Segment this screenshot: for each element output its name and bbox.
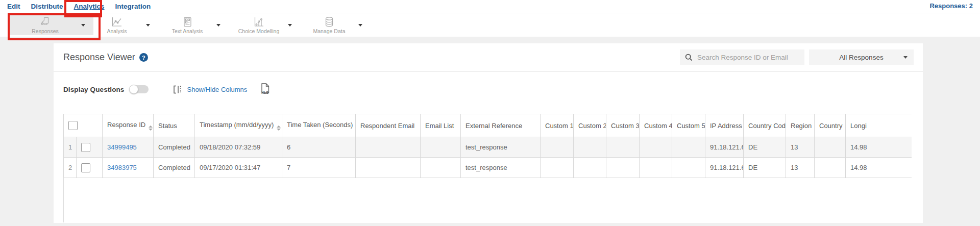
table-cell <box>640 158 672 178</box>
chevron-down-icon[interactable] <box>288 24 292 27</box>
table-cell: Completed <box>154 158 195 178</box>
toolbar-button-label: Responses <box>32 28 59 34</box>
table-cell <box>574 158 606 178</box>
responses-filter-dropdown[interactable]: All Responses <box>809 49 914 65</box>
table-cell <box>541 137 574 158</box>
columns-icon <box>173 85 183 94</box>
table-row: 234983975Completed09/17/2020 01:31:477te… <box>64 158 912 178</box>
table-cell: 6 <box>282 137 356 158</box>
toolbar-button-analysis[interactable]: Analysis <box>88 15 158 35</box>
search-icon <box>685 54 693 61</box>
row-checkbox-cell <box>77 137 103 158</box>
sort-icon <box>149 125 153 131</box>
table-cell: 34999495 <box>103 137 154 158</box>
select-all-checkbox[interactable] <box>68 121 78 130</box>
column-header[interactable]: Response ID <box>103 114 154 137</box>
choice-modelling-icon <box>253 16 265 28</box>
show-hide-columns-label: Show/Hide Columns <box>187 86 247 93</box>
row-number: 1 <box>64 137 77 158</box>
toolbar-button-choice-modelling[interactable]: Choice Modelling <box>230 15 300 35</box>
toggle-knob <box>129 85 138 94</box>
toolbar-button-responses[interactable]: Responses <box>9 15 93 35</box>
table-cell: Completed <box>154 137 195 158</box>
column-header: IP Address <box>705 114 744 137</box>
column-header[interactable]: Time Taken (Seconds) <box>282 114 356 137</box>
table-cell: 34983975 <box>103 158 154 178</box>
display-questions-label: Display Questions <box>63 86 124 93</box>
response-id-link[interactable]: 34983975 <box>107 164 137 171</box>
table-cell: 7 <box>282 158 356 178</box>
manage-data-icon <box>324 16 335 28</box>
column-header: Longi <box>846 114 912 137</box>
table-cell: 13 <box>786 158 815 178</box>
responses-icon <box>39 16 52 28</box>
chevron-down-icon[interactable] <box>81 24 85 27</box>
table-row: 134999495Completed09/18/2020 07:32:596te… <box>64 137 912 158</box>
table-cell <box>606 137 640 158</box>
toolbar-button-manage-data[interactable]: Manage Data <box>300 15 371 35</box>
chevron-down-icon[interactable] <box>216 24 220 27</box>
text-analysis-icon <box>182 16 193 28</box>
column-header: Country <box>815 114 846 137</box>
column-header[interactable]: Timestamp (mm/dd/yyyy) <box>195 114 282 137</box>
toolbar-button-label: Text Analysis <box>172 28 203 34</box>
column-header: Custom 2 <box>574 114 606 137</box>
toolbar-button-text-analysis[interactable]: Text Analysis <box>158 15 229 35</box>
responses-count-label: Responses: 2 <box>929 2 973 10</box>
table-cell <box>421 158 461 178</box>
toolbar-button-label: Choice Modelling <box>238 28 280 34</box>
table-cell: 91.18.121.6 <box>705 137 744 158</box>
table-cell <box>574 137 606 158</box>
table-cell <box>815 137 846 158</box>
export-xls-button[interactable]: XLS <box>261 83 270 95</box>
table-cell <box>541 158 574 178</box>
column-header: Custom 4 <box>640 114 672 137</box>
column-header: Email List <box>421 114 461 137</box>
row-checkbox[interactable] <box>81 163 90 172</box>
row-checkbox[interactable] <box>81 143 90 152</box>
search-input[interactable] <box>696 53 804 62</box>
response-viewer-card: Response Viewer ? All Responses Display … <box>54 43 923 223</box>
column-header: Respondent Email <box>356 114 421 137</box>
show-hide-columns-button[interactable]: Show/Hide Columns <box>173 85 247 94</box>
table-cell <box>672 158 705 178</box>
column-header: External Reference <box>461 114 541 137</box>
analytics-toolbar: Responses Analysis <box>0 13 980 37</box>
filter-selected-label: All Responses <box>839 54 883 61</box>
chevron-down-icon[interactable] <box>358 24 362 27</box>
toolbar-button-label: Manage Data <box>313 28 345 34</box>
table-cell <box>356 158 421 178</box>
table-cell: DE <box>744 158 786 178</box>
column-header: Country Code <box>744 114 786 137</box>
table-cell <box>815 158 846 178</box>
table-header-row: Response IDStatusTimestamp (mm/dd/yyyy)T… <box>64 114 912 137</box>
nav-tab-edit[interactable]: Edit <box>7 3 20 10</box>
responses-table-wrapper: Response IDStatusTimestamp (mm/dd/yyyy)T… <box>63 114 912 178</box>
table-cell: 09/18/2020 07:32:59 <box>195 137 282 158</box>
nav-tab-analytics[interactable]: Analytics <box>74 3 105 10</box>
nav-tab-integration[interactable]: Integration <box>115 3 151 10</box>
search-box <box>680 49 804 65</box>
table-left-border-extension <box>63 178 64 222</box>
analysis-icon <box>111 16 123 28</box>
sort-icon <box>277 125 281 131</box>
top-navigation: Edit Distribute Analytics Integration Re… <box>0 0 980 13</box>
table-cell: test_response <box>461 158 541 178</box>
table-cell <box>672 137 705 158</box>
display-questions-toggle[interactable] <box>130 85 149 93</box>
xls-label: XLS <box>261 91 268 94</box>
nav-tab-distribute[interactable]: Distribute <box>31 3 63 10</box>
column-header: Region <box>786 114 815 137</box>
column-header: Custom 5 <box>672 114 705 137</box>
page-title: Response Viewer <box>63 52 135 63</box>
chevron-down-icon <box>903 56 908 59</box>
help-icon[interactable]: ? <box>139 53 148 62</box>
table-cell: 91.18.121.6 <box>705 158 744 178</box>
chevron-down-icon[interactable] <box>146 24 150 27</box>
table-cell <box>640 137 672 158</box>
response-id-link[interactable]: 34999495 <box>107 143 137 151</box>
select-all-cell <box>64 114 103 137</box>
table-cell: test_response <box>461 137 541 158</box>
table-cell: 09/17/2020 01:31:47 <box>195 158 282 178</box>
table-cell <box>421 137 461 158</box>
